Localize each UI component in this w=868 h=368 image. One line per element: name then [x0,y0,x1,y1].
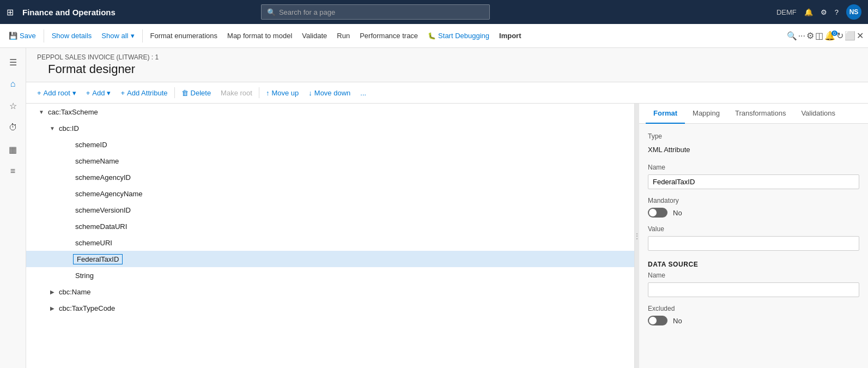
help-icon[interactable]: ? [835,8,839,16]
separator-2 [142,29,143,43]
tree-item-string[interactable]: String [26,267,634,283]
tree-item-cbc_id[interactable]: ▼cbc:ID [26,120,634,136]
main-toolbar: 💾 Save Show details Show all ▾ Format en… [0,24,868,48]
mandatory-toggle-text: No [673,209,682,217]
more-options-icon[interactable]: ··· [798,31,805,41]
datasource-group: DATA SOURCE Name [648,258,859,297]
chevron-root-icon: ▾ [72,89,76,97]
delete-icon: 🗑 [181,89,189,97]
mandatory-toggle[interactable] [648,208,667,218]
tree-item-cbc_taxtypecode[interactable]: ▶cbc:TaxTypeCode [26,300,634,316]
validate-button[interactable]: Validate [298,29,331,42]
sidebar-item-menu[interactable]: ☰ [3,52,23,72]
user-label: DEMF [776,8,797,16]
excluded-group: Excluded No [648,305,859,325]
chevron-down-icon: ▾ [131,32,135,40]
tree-item-schemeid[interactable]: schemeID [26,136,634,153]
tab-mapping[interactable]: Mapping [685,104,727,124]
map-format-button[interactable]: Map format to model [223,29,296,42]
tree-label: schemeURI [73,239,112,247]
tree-toggle[interactable]: ▼ [48,125,57,131]
name-group: Name [648,164,859,189]
tree-toggle[interactable]: ▶ [48,305,57,311]
sidebar-item-recent[interactable]: ⏱ [3,118,23,137]
tab-transformations[interactable]: Transformations [727,104,793,124]
open-icon[interactable]: ⬜ [845,31,855,41]
page-title: Format designer [37,61,857,81]
add-attribute-button[interactable]: + Add Attribute [116,87,172,99]
tree-item-schemeagencyname[interactable]: schemeAgencyName [26,185,634,202]
search-toolbar-icon[interactable]: 🔍 [787,31,797,41]
plus-attr-icon: + [120,89,125,97]
tab-validations[interactable]: Validations [793,104,843,124]
tree-toggle[interactable]: ▼ [37,109,46,115]
tree-label: schemeName [73,157,119,165]
excluded-toggle-text: No [673,317,682,325]
value-input[interactable] [648,236,859,251]
excluded-label: Excluded [648,305,859,312]
sidebar-item-home[interactable]: ⌂ [3,74,23,94]
start-debugging-button[interactable]: 🐛 Start Debugging [423,29,494,42]
properties-pane: FormatMappingTransformationsValidations … [639,104,868,368]
run-button[interactable]: Run [332,29,354,42]
sidebar-item-favorites[interactable]: ☆ [3,96,23,116]
bell-icon[interactable]: 🔔 [804,8,813,16]
move-up-button[interactable]: ↑ Move up [262,87,303,99]
add-button[interactable]: + Add ▾ [82,87,116,99]
save-button[interactable]: 💾 Save [4,29,40,42]
tree-label: schemeDataURI [73,222,127,231]
import-button[interactable]: Import [495,29,525,42]
tree-item-schemename[interactable]: schemeName [26,153,634,169]
topbar: ⊞ Finance and Operations 🔍 DEMF 🔔 ⚙ ? NS [0,0,868,24]
tree-item-schemeagencyid[interactable]: schemeAgencyID [26,169,634,185]
notification-badge[interactable]: 🔔0 [824,31,835,41]
avatar[interactable]: NS [846,4,861,20]
refresh-icon[interactable]: ↻ [836,31,843,41]
tree-label: schemeID [73,141,107,149]
performance-trace-button[interactable]: Performance trace [355,29,422,42]
add-root-button[interactable]: + Add root ▾ [33,87,81,99]
close-icon[interactable]: ✕ [857,31,864,41]
tab-format[interactable]: Format [646,104,685,124]
panel-icon[interactable]: ◫ [815,31,823,41]
tree-item-cbc_name[interactable]: ▶cbc:Name [26,283,634,300]
tree-pane: ▼cac:TaxScheme▼cbc:IDschemeIDschemeNames… [26,104,635,368]
excluded-toggle[interactable] [648,316,667,325]
delete-button[interactable]: 🗑 Delete [177,87,216,99]
tree-item-schemeuri[interactable]: schemeURI [26,234,634,251]
breadcrumb: PEPPOL SALES INVOICE (LITWARE) : 1 [37,53,857,61]
search-input[interactable] [279,8,484,16]
type-value: XML Attribute [648,143,859,156]
topbar-right: DEMF 🔔 ⚙ ? NS [776,4,861,20]
main-layout: ☰ ⌂ ☆ ⏱ ▦ ≡ PEPPOL SALES INVOICE (LITWAR… [0,48,868,368]
more-button[interactable]: ... [356,87,371,99]
tree-item-schemedatauri[interactable]: schemeDataURI [26,218,634,234]
tree-item-schemeversionid[interactable]: schemeVersionID [26,202,634,218]
resizer[interactable] [635,104,639,368]
settings-toolbar-icon[interactable]: ⚙ [806,31,814,41]
sidebar-item-list[interactable]: ≡ [3,161,23,181]
name-input[interactable] [648,174,859,189]
show-all-button[interactable]: Show all ▾ [97,29,138,42]
split-pane: ▼cac:TaxScheme▼cbc:IDschemeIDschemeNames… [26,104,868,368]
tree-item-cac_taxscheme[interactable]: ▼cac:TaxScheme [26,104,634,120]
show-details-button[interactable]: Show details [47,29,96,42]
tree-label: String [73,272,94,280]
chevron-add-icon: ▾ [107,89,111,97]
tree-item-federaltaxid[interactable]: FederalTaxID [26,251,634,267]
move-down-button[interactable]: ↓ Move down [304,87,355,99]
sidebar-item-workspaces[interactable]: ▦ [3,140,23,159]
properties-tabs: FormatMappingTransformationsValidations [639,104,868,124]
tree-toggle[interactable]: ▶ [48,289,57,295]
datasource-name-input[interactable] [648,282,859,297]
move-up-icon: ↑ [266,89,270,97]
settings-icon[interactable]: ⚙ [821,8,827,16]
grid-icon[interactable]: ⊞ [7,7,14,17]
move-down-icon: ↓ [308,89,312,97]
plus-root-icon: + [37,89,41,97]
datasource-title: DATA SOURCE [648,261,859,268]
datasource-name-label: Name [648,272,859,279]
make-root-button[interactable]: Make root [216,87,257,99]
format-enumerations-button[interactable]: Format enumerations [146,29,222,42]
tree-label: FederalTaxID [77,255,119,263]
